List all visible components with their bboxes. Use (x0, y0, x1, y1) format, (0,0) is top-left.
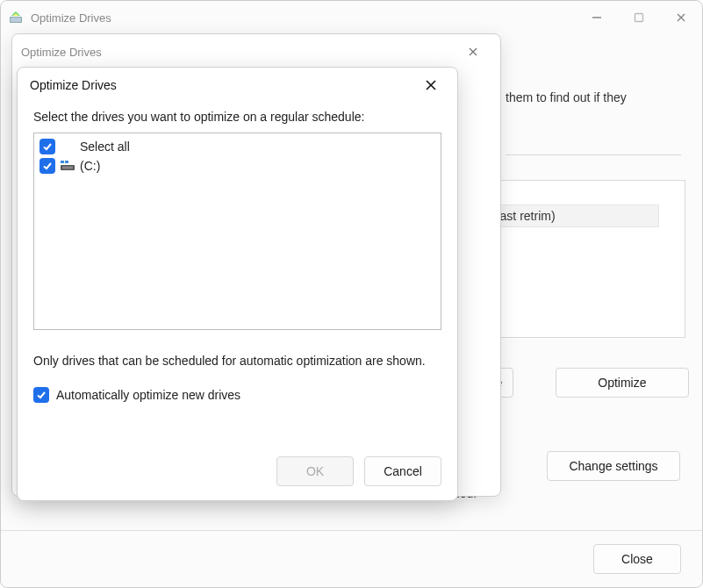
optimize-button[interactable]: Optimize (556, 368, 689, 398)
auto-optimize-row[interactable]: Automatically optimize new drives (33, 387, 441, 403)
auto-optimize-label: Automatically optimize new drives (56, 388, 240, 402)
main-title: Optimize Drives (31, 11, 111, 25)
svg-rect-11 (62, 167, 73, 169)
app-icon (8, 10, 24, 25)
schedule-dialog-titlebar: Optimize Drives (12, 34, 500, 69)
choose-drives-title: Optimize Drives (30, 78, 117, 92)
schedule-dialog-title: Optimize Drives (21, 46, 102, 59)
schedule-dialog-close-button[interactable] (453, 37, 493, 67)
drive-c-checkbox[interactable] (39, 158, 55, 174)
close-main-button[interactable]: Close (593, 544, 681, 574)
instruction-text: Select the drives you want to optimize o… (33, 110, 441, 124)
maximize-button[interactable] (618, 1, 660, 34)
drives-listbox[interactable]: Select all (C:) (33, 133, 441, 330)
main-titlebar: Optimize Drives (1, 1, 702, 34)
svg-rect-1 (11, 18, 21, 22)
drive-c-row[interactable]: (C:) (39, 156, 435, 176)
cancel-button[interactable]: Cancel (364, 456, 441, 486)
choose-drives-body: Select the drives you want to optimize o… (18, 103, 457, 500)
note-text: Only drives that can be scheduled for au… (33, 353, 441, 369)
select-all-checkbox[interactable] (39, 139, 55, 154)
close-button[interactable] (660, 1, 702, 34)
hint-text-fragment: them to find out if they (506, 90, 627, 104)
svg-rect-3 (635, 14, 643, 22)
minimize-button[interactable] (576, 1, 618, 34)
ok-button[interactable]: OK (276, 456, 354, 486)
auto-optimize-checkbox[interactable] (33, 387, 49, 403)
select-all-label: Select all (80, 140, 130, 154)
choose-drives-dialog: Optimize Drives Select the drives you wa… (17, 67, 458, 501)
svg-rect-12 (61, 161, 64, 163)
choose-drives-close-button[interactable] (413, 70, 448, 100)
svg-rect-13 (65, 161, 68, 163)
choose-drives-titlebar: Optimize Drives (18, 68, 457, 103)
ssd-icon (61, 161, 75, 171)
separator (506, 154, 681, 155)
choose-drives-footer: OK Cancel (33, 441, 441, 486)
change-settings-button[interactable]: Change settings (547, 451, 680, 481)
main-footer: Close (1, 530, 702, 587)
drive-c-label: (C:) (80, 159, 100, 173)
select-all-row[interactable]: Select all (39, 137, 435, 156)
